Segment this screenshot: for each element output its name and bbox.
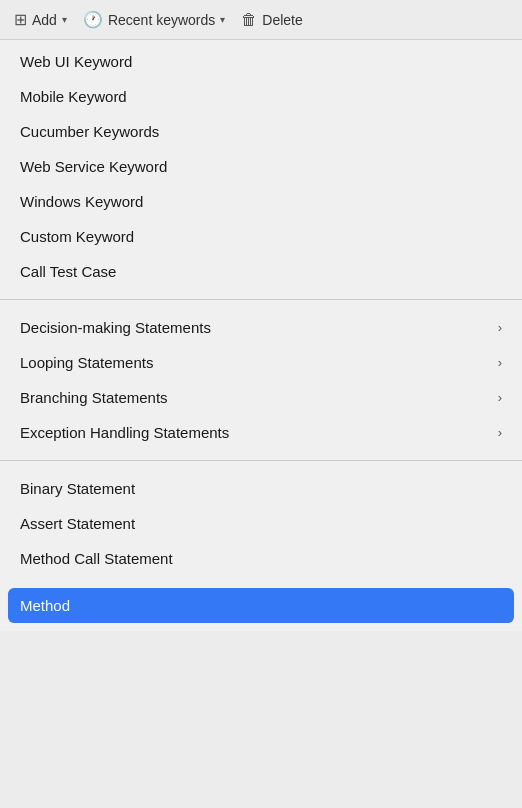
menu-item-windows-keyword[interactable]: Windows Keyword xyxy=(0,184,522,219)
add-icon: ⊞ xyxy=(14,10,27,29)
separator-1 xyxy=(0,299,522,300)
menu-item-label: Call Test Case xyxy=(20,263,116,280)
chevron-right-icon: › xyxy=(498,425,502,440)
menu-item-label: Exception Handling Statements xyxy=(20,424,229,441)
toolbar: ⊞ Add ▾ 🕐 Recent keywords ▾ 🗑 Delete xyxy=(0,0,522,40)
menu-item-label: Web Service Keyword xyxy=(20,158,167,175)
menu-item-label: Windows Keyword xyxy=(20,193,143,210)
menu-item-method-call-statement[interactable]: Method Call Statement xyxy=(0,541,522,576)
menu-item-assert-statement[interactable]: Assert Statement xyxy=(0,506,522,541)
menu-item-method[interactable]: Method xyxy=(8,588,514,623)
chevron-right-icon: › xyxy=(498,320,502,335)
chevron-right-icon: › xyxy=(498,390,502,405)
menu-item-looping[interactable]: Looping Statements › xyxy=(0,345,522,380)
menu-item-cucumber-keywords[interactable]: Cucumber Keywords xyxy=(0,114,522,149)
menu-item-label: Method Call Statement xyxy=(20,550,173,567)
menu-section-3: Binary Statement Assert Statement Method… xyxy=(0,467,522,580)
delete-label: Delete xyxy=(262,12,302,28)
add-button[interactable]: ⊞ Add ▾ xyxy=(14,10,67,29)
recent-label: Recent keywords xyxy=(108,12,215,28)
menu-item-web-ui-keyword[interactable]: Web UI Keyword xyxy=(0,44,522,79)
trash-icon: 🗑 xyxy=(241,11,257,29)
menu-item-label: Cucumber Keywords xyxy=(20,123,159,140)
add-label: Add xyxy=(32,12,57,28)
chevron-right-icon: › xyxy=(498,355,502,370)
menu-item-label: Web UI Keyword xyxy=(20,53,132,70)
clock-icon: 🕐 xyxy=(83,10,103,29)
menu-item-custom-keyword[interactable]: Custom Keyword xyxy=(0,219,522,254)
menu-item-decision-making[interactable]: Decision-making Statements › xyxy=(0,310,522,345)
menu-item-label: Custom Keyword xyxy=(20,228,134,245)
menu-item-label: Mobile Keyword xyxy=(20,88,127,105)
menu-section-1: Web UI Keyword Mobile Keyword Cucumber K… xyxy=(0,40,522,293)
menu-section-2: Decision-making Statements › Looping Sta… xyxy=(0,306,522,454)
add-chevron-icon: ▾ xyxy=(62,14,67,25)
menu-item-label: Branching Statements xyxy=(20,389,168,406)
separator-2 xyxy=(0,460,522,461)
menu-item-mobile-keyword[interactable]: Mobile Keyword xyxy=(0,79,522,114)
menu-item-label: Looping Statements xyxy=(20,354,153,371)
menu-item-branching[interactable]: Branching Statements › xyxy=(0,380,522,415)
menu-item-label: Method xyxy=(20,597,70,614)
menu-item-label: Assert Statement xyxy=(20,515,135,532)
menu-item-call-test-case[interactable]: Call Test Case xyxy=(0,254,522,289)
menu-item-exception-handling[interactable]: Exception Handling Statements › xyxy=(0,415,522,450)
menu-item-binary-statement[interactable]: Binary Statement xyxy=(0,471,522,506)
menu-item-web-service-keyword[interactable]: Web Service Keyword xyxy=(0,149,522,184)
menu-container: Web UI Keyword Mobile Keyword Cucumber K… xyxy=(0,40,522,631)
menu-section-4: Method xyxy=(0,580,522,631)
recent-chevron-icon: ▾ xyxy=(220,14,225,25)
delete-button[interactable]: 🗑 Delete xyxy=(241,11,302,29)
recent-keywords-button[interactable]: 🕐 Recent keywords ▾ xyxy=(83,10,225,29)
menu-item-label: Binary Statement xyxy=(20,480,135,497)
menu-item-label: Decision-making Statements xyxy=(20,319,211,336)
